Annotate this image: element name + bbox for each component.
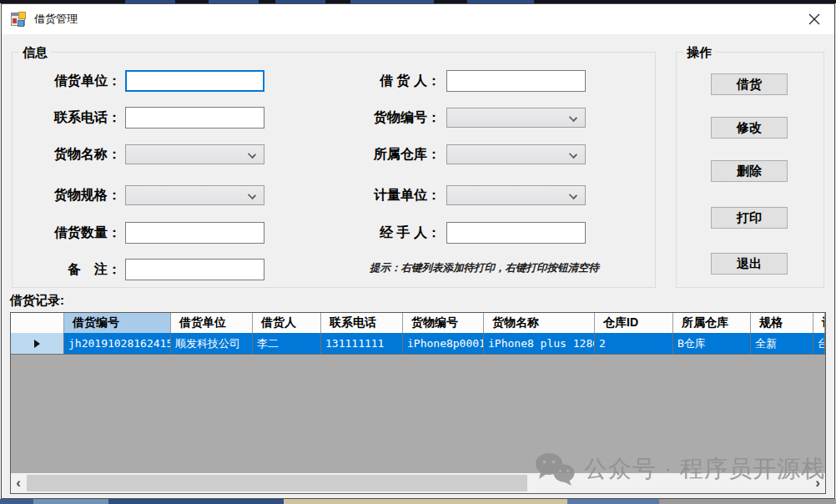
cell-borrower[interactable]: 李二 [253,333,321,355]
label-unit: 计量单位： [360,184,441,206]
modify-button[interactable]: 修改 [711,117,788,139]
label-handler: 经 手 人： [360,222,441,244]
column-header[interactable]: 借货编号 [64,313,171,333]
column-header[interactable]: 所属仓库 [673,313,751,333]
label-goods-number: 货物编号： [360,107,441,129]
close-button[interactable] [801,8,828,30]
column-header[interactable]: 仓库ID [595,313,673,333]
title-bar: 借货管理 [2,4,834,34]
column-header[interactable]: 借货单位 [171,313,253,333]
borrow-qty-input[interactable] [125,222,264,244]
delete-button[interactable]: 删除 [711,160,788,182]
label-goods-name: 货物名称： [33,144,121,165]
scroll-left-arrow[interactable]: ‹ [11,473,26,493]
cell-unit[interactable]: 台 [813,333,825,355]
exit-button[interactable]: 退出 [711,253,788,275]
chevron-down-icon [569,150,577,159]
cell-warehouse[interactable]: B仓库 [673,333,751,355]
cell-warehouse-id[interactable]: 2 [595,333,673,355]
records-label: 借货记录: [10,293,64,309]
grid-header-row: 借货编号 借货单位 借货人 联系电话 货物编号 货物名称 仓库ID 所属仓库 规… [11,313,825,333]
goods-number-select[interactable] [446,108,586,128]
label-warehouse: 所属仓库： [360,144,441,165]
print-button[interactable]: 打印 [711,207,788,229]
cell-goods-number[interactable]: iPhone8p0001 [403,333,484,355]
borrower-input[interactable] [446,70,586,92]
horizontal-scrollbar[interactable]: ‹ › [11,473,825,493]
handler-input[interactable] [446,222,586,244]
warehouse-select[interactable] [446,144,586,164]
label-borrow-unit: 借货单位： [33,70,121,92]
label-contact-phone: 联系电话： [33,107,121,129]
contact-phone-input[interactable] [125,107,264,129]
column-header[interactable]: 规格 [751,313,813,333]
ops-group-title: 操作 [683,45,715,61]
cell-borrow-unit[interactable]: 顺发科技公司 [171,333,253,355]
screenshot-root: { "window": { "title": "借货管理" }, "info":… [0,0,836,504]
label-remark: 备 注： [33,259,121,280]
remark-input[interactable] [125,259,264,280]
cell-borrow-id[interactable]: jh20191028162415 [64,333,171,355]
app-icon [11,11,28,28]
goods-name-select[interactable] [125,144,264,164]
chevron-down-icon [248,191,256,199]
info-group-title: 信息 [19,45,51,61]
current-row-arrow-icon [34,340,40,348]
label-borrower: 借 货 人： [360,70,441,92]
cell-phone[interactable]: 131111111 [321,333,403,355]
table-row-selected[interactable]: jh20191028162415 顺发科技公司 李二 131111111 iPh… [11,333,825,355]
chevron-down-icon [248,150,256,159]
column-header[interactable]: 货物名称 [484,313,595,333]
chevron-down-icon [569,191,577,199]
column-header[interactable]: 借货人 [253,313,321,333]
label-goods-spec: 货物规格： [33,184,121,206]
window-title: 借货管理 [34,12,78,27]
borrow-unit-input[interactable] [125,70,264,92]
column-header[interactable]: 货物编号 [403,313,484,333]
row-header-cell[interactable] [11,333,64,355]
records-datagrid: 借货编号 借货单位 借货人 联系电话 货物编号 货物名称 仓库ID 所属仓库 规… [10,312,826,494]
borrow-button[interactable]: 借货 [711,73,788,95]
column-header[interactable]: 计 [813,313,825,333]
unit-select[interactable] [446,185,586,205]
column-header[interactable]: 联系电话 [321,313,403,333]
label-borrow-qty: 借货数量： [33,222,121,244]
grid-corner-cell[interactable] [11,313,64,333]
scrollbar-thumb[interactable] [27,475,527,491]
goods-spec-select[interactable] [125,185,264,205]
print-hint-text: 提示：右键列表添加待打印，右键打印按钮清空待 [370,261,649,275]
desktop-sliver-bottom [0,499,836,504]
close-icon [808,13,820,25]
cell-spec[interactable]: 全新 [751,333,813,355]
chevron-down-icon [569,113,577,122]
scroll-right-arrow[interactable]: › [810,473,825,493]
cell-goods-name[interactable]: iPhone8 plus 128G [484,333,595,355]
